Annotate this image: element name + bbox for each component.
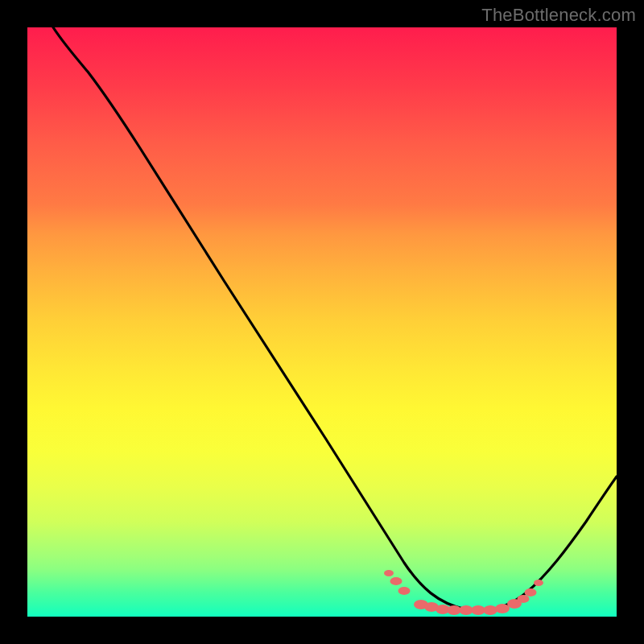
chart-frame: TheBottleneck.com	[0, 0, 644, 644]
curve-marker	[483, 605, 497, 615]
watermark-label: TheBottleneck.com	[481, 5, 636, 26]
curve-marker	[518, 595, 530, 603]
curve-markers	[384, 570, 543, 615]
curve-marker	[525, 588, 537, 597]
plot-area	[27, 27, 617, 617]
curve-marker	[384, 570, 394, 576]
curve-marker	[534, 580, 543, 586]
chart-svg	[27, 27, 617, 617]
bottleneck-curve	[53, 27, 617, 610]
curve-marker	[495, 604, 510, 613]
curve-marker	[390, 577, 402, 585]
curve-marker	[398, 587, 411, 595]
